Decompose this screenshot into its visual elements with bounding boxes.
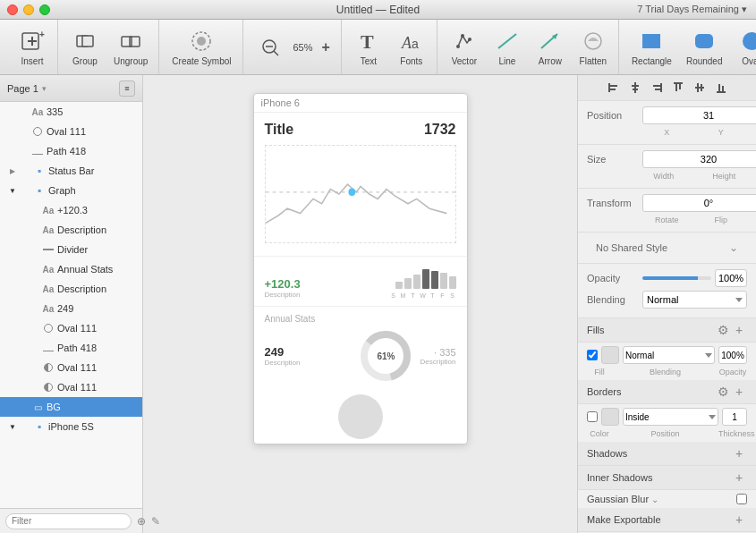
w-sublabel: Width bbox=[641, 172, 687, 181]
flatten-icon bbox=[581, 29, 606, 54]
sidebar-expand-button[interactable]: ≡ bbox=[119, 80, 135, 97]
toolbar: + Insert Group Ungroup bbox=[0, 20, 756, 75]
rectangle-icon bbox=[639, 29, 664, 54]
inner-shadows-header: Inner Shadows + bbox=[578, 466, 756, 490]
vector-icon bbox=[452, 29, 477, 54]
traffic-lights bbox=[7, 4, 50, 15]
canvas[interactable]: iPhone 6 Title 1732 bbox=[143, 75, 577, 533]
zoom-label[interactable]: 65% bbox=[293, 42, 313, 53]
sidebar-item-annualstats[interactable]: Aa Annual Stats bbox=[0, 259, 142, 279]
svg-point-17 bbox=[461, 34, 464, 38]
sidebar-item-path418-2[interactable]: Path 418 bbox=[0, 338, 142, 358]
insert-button[interactable]: + Insert bbox=[13, 24, 52, 71]
make-exportable-add-button[interactable]: + bbox=[731, 512, 747, 528]
align-center-v-button[interactable] bbox=[690, 79, 709, 97]
sidebar-item-description1[interactable]: Aa Description bbox=[0, 220, 142, 240]
expand-icon: ▶ bbox=[7, 167, 18, 175]
blending-dropdown[interactable]: Normal bbox=[642, 291, 747, 309]
page-chevron-icon: ▾ bbox=[42, 84, 47, 93]
text-button[interactable]: T Text bbox=[349, 24, 388, 71]
position-section: Position X Y bbox=[578, 101, 756, 145]
item-label-divider: Divider bbox=[57, 244, 139, 255]
ungroup-label: Ungroup bbox=[114, 56, 148, 66]
fill-color-swatch[interactable] bbox=[601, 346, 619, 364]
sidebar-item-graph[interactable]: ▼ ▪ Graph bbox=[0, 181, 142, 200]
sidebar-item-iphone5s[interactable]: ▼ ▪ iPhone 5S bbox=[0, 417, 142, 436]
zoom-out-button[interactable] bbox=[251, 24, 290, 71]
fill-opacity-input[interactable] bbox=[718, 346, 747, 364]
stats-value: +120.3 bbox=[265, 277, 301, 291]
arrow-button[interactable]: Arrow bbox=[531, 24, 570, 71]
opacity-slider[interactable] bbox=[642, 276, 711, 280]
filter-input[interactable] bbox=[5, 513, 132, 529]
sidebar-item-oval111-2[interactable]: Oval 111 bbox=[0, 318, 142, 338]
ungroup-button[interactable]: Ungroup bbox=[108, 24, 153, 71]
expand-icon: ▼ bbox=[7, 423, 18, 431]
sidebar-item-divider[interactable]: Divider bbox=[0, 240, 142, 259]
align-center-h-button[interactable] bbox=[625, 79, 645, 97]
visibility-icon bbox=[18, 146, 29, 157]
trial-badge[interactable]: 7 Trial Days Remaining ▾ bbox=[637, 4, 747, 15]
vector-button[interactable]: Vector bbox=[445, 24, 484, 71]
align-right-edges-button[interactable] bbox=[647, 79, 667, 97]
sidebar-item-335[interactable]: Aa 335 bbox=[0, 102, 142, 122]
create-symbol-button[interactable]: Create Symbol bbox=[166, 24, 236, 71]
sidebar-item-statusbar[interactable]: ▶ ▪ Status Bar bbox=[0, 161, 142, 181]
border-color-swatch[interactable] bbox=[601, 408, 619, 426]
sidebar-item-plus120[interactable]: Aa +120.3 bbox=[0, 200, 142, 220]
fonts-button[interactable]: A a Fonts bbox=[392, 24, 431, 71]
sidebar-item-249[interactable]: Aa 249 bbox=[0, 299, 142, 318]
svg-point-29 bbox=[348, 189, 355, 197]
fills-settings-button[interactable]: ⚙ bbox=[715, 322, 731, 338]
position-sub-row: X Y bbox=[587, 128, 747, 137]
svg-rect-41 bbox=[674, 82, 683, 84]
svg-rect-24 bbox=[695, 34, 713, 48]
border-position-dropdown[interactable]: Inside bbox=[623, 408, 718, 426]
oval-button[interactable]: Oval bbox=[732, 24, 757, 71]
visibility-icon bbox=[29, 362, 39, 373]
borders-settings-button[interactable]: ⚙ bbox=[715, 384, 731, 400]
visibility-icon bbox=[29, 303, 39, 314]
align-bottom-edges-button[interactable] bbox=[711, 79, 731, 97]
fill-checkbox[interactable] bbox=[587, 350, 598, 360]
y-sublabel: Y bbox=[695, 128, 748, 137]
sidebar-item-description2[interactable]: Aa Description bbox=[0, 279, 142, 299]
rotate-input[interactable] bbox=[642, 194, 756, 212]
border-thickness-input[interactable] bbox=[722, 408, 747, 426]
rectangle-button[interactable]: Rectangle bbox=[626, 24, 677, 71]
rounded-button[interactable]: Rounded bbox=[681, 24, 728, 71]
text-type-icon: Aa bbox=[41, 203, 55, 217]
fill-blending-dropdown[interactable]: Normal bbox=[623, 346, 715, 364]
fills-add-button[interactable]: + bbox=[731, 322, 747, 338]
iphone-frame: iPhone 6 Title 1732 bbox=[253, 93, 468, 444]
minimize-button[interactable] bbox=[23, 4, 34, 15]
sidebar-item-path418-1[interactable]: Path 418 bbox=[0, 141, 142, 161]
borders-add-button[interactable]: + bbox=[731, 384, 747, 400]
inner-shadows-add-button[interactable]: + bbox=[731, 470, 747, 486]
align-top-edges-button[interactable] bbox=[668, 79, 688, 97]
svg-rect-49 bbox=[722, 86, 724, 91]
svg-rect-23 bbox=[642, 34, 660, 48]
page-label[interactable]: Page 1 bbox=[7, 83, 38, 94]
group-button[interactable]: Group bbox=[65, 24, 105, 71]
no-shared-dropdown[interactable]: ⌄ bbox=[729, 241, 738, 254]
line-button[interactable]: Line bbox=[488, 24, 527, 71]
sidebar-item-oval111-4[interactable]: Oval 111 bbox=[0, 377, 142, 397]
sidebar-item-oval111-1[interactable]: Oval 111 bbox=[0, 122, 142, 141]
size-w-input[interactable] bbox=[642, 150, 756, 168]
flatten-button[interactable]: Flatten bbox=[573, 24, 613, 71]
shadows-add-button[interactable]: + bbox=[731, 445, 747, 461]
gaussian-blur-checkbox[interactable] bbox=[736, 494, 747, 504]
border-checkbox[interactable] bbox=[587, 411, 598, 422]
sidebar-item-oval111-3[interactable]: Oval 111 bbox=[0, 358, 142, 377]
position-x-input[interactable] bbox=[642, 106, 756, 124]
sidebar: Page 1 ▾ ≡ Aa 335 Oval 111 Path 418 bbox=[0, 75, 143, 533]
sidebar-item-bg[interactable]: ▭ BG bbox=[0, 397, 142, 417]
close-button[interactable] bbox=[7, 4, 18, 15]
fill-sub3: Opacity bbox=[718, 368, 747, 376]
zoom-in-button[interactable]: + bbox=[317, 24, 336, 71]
opacity-value-input[interactable] bbox=[715, 269, 747, 287]
maximize-button[interactable] bbox=[39, 4, 50, 15]
align-left-edges-button[interactable] bbox=[604, 79, 624, 97]
svg-point-25 bbox=[743, 32, 757, 50]
